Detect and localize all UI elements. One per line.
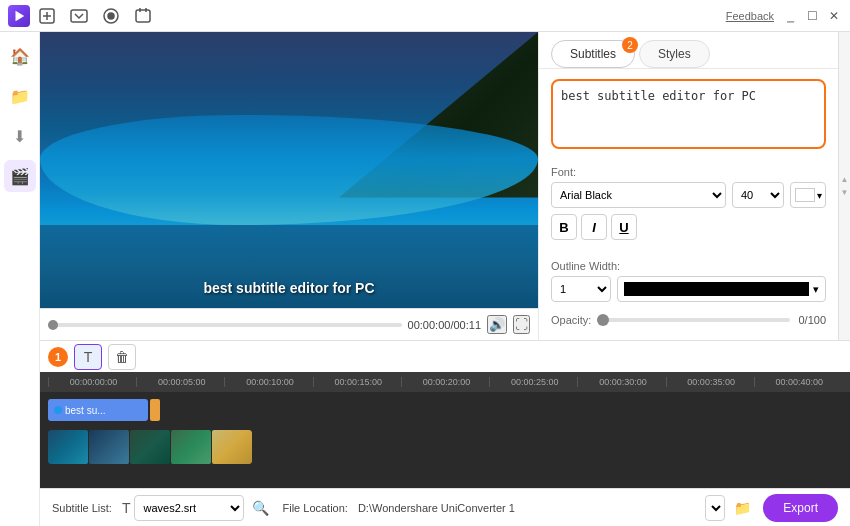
file-path-dropdown[interactable]: ▾ — [705, 495, 725, 521]
tab-styles[interactable]: Styles — [639, 40, 710, 68]
subtitle-clip-dot — [54, 406, 62, 414]
progress-thumb[interactable] — [48, 320, 58, 330]
minimize-button[interactable]: ⎯ — [782, 8, 798, 24]
screen-record-button[interactable] — [100, 5, 122, 27]
scroll-up-arrow[interactable]: ▲ — [841, 175, 849, 184]
subtitle-input-area: best subtitle editor for PC — [539, 69, 838, 162]
ruler-mark: 00:00:15:00 — [313, 377, 401, 387]
volume-button[interactable]: 🔊 — [487, 315, 507, 334]
side-scroll-arrows: ▲ ▼ — [838, 32, 850, 340]
folder-browse-button[interactable]: 📁 — [731, 497, 753, 519]
export-toolbar-button[interactable] — [132, 5, 154, 27]
window-controls: ⎯ ☐ ✕ — [782, 8, 842, 24]
timeline-tracks: best su... — [40, 392, 850, 488]
sidebar-item-home[interactable]: 🏠 — [4, 40, 36, 72]
timeline-controls-bar: 1 T 🗑 — [40, 340, 850, 372]
video-container: best subtitle editor for PC — [40, 32, 538, 308]
outline-color-swatch — [624, 282, 809, 296]
video-thumb-5 — [212, 430, 252, 464]
sidebar-item-media[interactable]: 📁 — [4, 80, 36, 112]
timeline-area: 1 T 🗑 00:00:00:00 00:00:05:00 00:00:10:0… — [40, 340, 850, 488]
video-wave — [40, 115, 538, 225]
ruler-mark: 00:00:35:00 — [666, 377, 754, 387]
subtitle-file-icon: T — [122, 500, 131, 516]
export-button[interactable]: Export — [763, 494, 838, 522]
tab-subtitles[interactable]: Subtitles 2 — [551, 40, 635, 68]
font-select[interactable]: Arial Black Arial Times New Roman — [551, 182, 726, 208]
toolbar-icons — [36, 5, 154, 27]
ruler-marks: 00:00:00:00 00:00:05:00 00:00:10:00 00:0… — [48, 377, 842, 387]
fullscreen-button[interactable]: ⛶ — [513, 315, 530, 334]
file-path: D:\Wondershare UniConverter 1 — [358, 502, 699, 514]
font-color-picker[interactable]: ▾ — [790, 182, 826, 208]
video-panel: best subtitle editor for PC 00:00:00/00:… — [40, 32, 538, 340]
font-size-select[interactable]: 40 24 32 48 — [732, 182, 784, 208]
subtitle-clip[interactable]: best su... — [48, 399, 148, 421]
app-logo — [8, 5, 30, 27]
title-bar: Feedback ⎯ ☐ ✕ — [0, 0, 850, 32]
subtitle-delete-button[interactable]: 🗑 — [108, 344, 136, 370]
video-thumb-4 — [171, 430, 211, 464]
video-background — [40, 32, 538, 308]
sidebar-item-download[interactable]: ⬇ — [4, 120, 36, 152]
timeline-badge: 1 — [48, 347, 68, 367]
video-thumb-1 — [48, 430, 88, 464]
subtitles-badge: 2 — [622, 37, 638, 53]
subtitle-clip-end — [150, 399, 160, 421]
title-bar-right: Feedback ⎯ ☐ ✕ — [726, 8, 842, 24]
bold-button[interactable]: B — [551, 214, 577, 240]
font-row: Arial Black Arial Times New Roman 40 24 … — [551, 182, 826, 208]
subtitle-track-row: best su... — [40, 396, 850, 424]
ruler-mark: 00:00:40:00 — [754, 377, 842, 387]
outline-row: 1 2 3 ▾ — [551, 276, 826, 302]
opacity-slider[interactable] — [597, 318, 790, 322]
ruler-mark: 00:00:00:00 — [48, 377, 136, 387]
video-thumb-3 — [130, 430, 170, 464]
ruler-mark: 00:00:05:00 — [136, 377, 224, 387]
file-location-row: D:\Wondershare UniConverter 1 ▾ 📁 — [358, 495, 753, 521]
font-section: Font: Arial Black Arial Times New Roman … — [539, 162, 838, 248]
new-project-button[interactable] — [36, 5, 58, 27]
color-swatch — [795, 188, 815, 202]
ruler-mark: 00:00:10:00 — [224, 377, 312, 387]
subtitle-select-row: T waves2.srt 🔍 — [122, 495, 273, 521]
maximize-button[interactable]: ☐ — [804, 8, 820, 24]
video-track-row — [40, 427, 850, 467]
svg-rect-4 — [71, 10, 87, 22]
subtitle-file-select[interactable]: waves2.srt — [134, 495, 244, 521]
main-area: 🏠 📁 ⬇ 🎬 best subtitle editor for PC — [0, 32, 850, 526]
file-location-label: File Location: — [282, 502, 347, 514]
progress-bar[interactable] — [48, 323, 402, 327]
svg-point-6 — [108, 13, 114, 19]
sidebar-item-subtitle[interactable]: 🎬 — [4, 160, 36, 192]
svg-marker-0 — [16, 10, 25, 21]
font-label: Font: — [551, 166, 826, 178]
editor-area: best subtitle editor for PC 00:00:00/00:… — [40, 32, 850, 340]
opacity-value: 0/100 — [798, 314, 826, 326]
outline-label: Outline Width: — [551, 260, 826, 272]
subtitle-search-button[interactable]: 🔍 — [248, 496, 272, 520]
right-panel: Subtitles 2 Styles best subtitle editor … — [538, 32, 838, 340]
tabs-row: Subtitles 2 Styles — [539, 32, 838, 69]
scroll-down-arrow[interactable]: ▼ — [841, 188, 849, 197]
outline-color-picker[interactable]: ▾ — [617, 276, 826, 302]
time-display: 00:00:00/00:11 — [408, 319, 481, 331]
italic-button[interactable]: I — [581, 214, 607, 240]
subtitle-textarea[interactable]: best subtitle editor for PC — [551, 79, 826, 149]
opacity-label: Opacity: — [551, 314, 591, 326]
video-controls: 00:00:00/00:11 🔊 ⛶ — [40, 308, 538, 340]
ruler-mark: 00:00:30:00 — [577, 377, 665, 387]
title-bar-left — [8, 5, 154, 27]
ruler-mark: 00:00:20:00 — [401, 377, 489, 387]
close-button[interactable]: ✕ — [826, 8, 842, 24]
subtitle-clip-label: best su... — [65, 405, 106, 416]
content-area: best subtitle editor for PC 00:00:00/00:… — [40, 32, 850, 526]
outline-width-select[interactable]: 1 2 3 — [551, 276, 611, 302]
ruler-mark: 00:00:25:00 — [489, 377, 577, 387]
add-media-button[interactable] — [68, 5, 90, 27]
video-strip — [48, 430, 252, 464]
subtitle-add-button[interactable]: T — [74, 344, 102, 370]
underline-button[interactable]: U — [611, 214, 637, 240]
feedback-link[interactable]: Feedback — [726, 10, 774, 22]
opacity-section: Opacity: 0/100 — [539, 310, 838, 334]
